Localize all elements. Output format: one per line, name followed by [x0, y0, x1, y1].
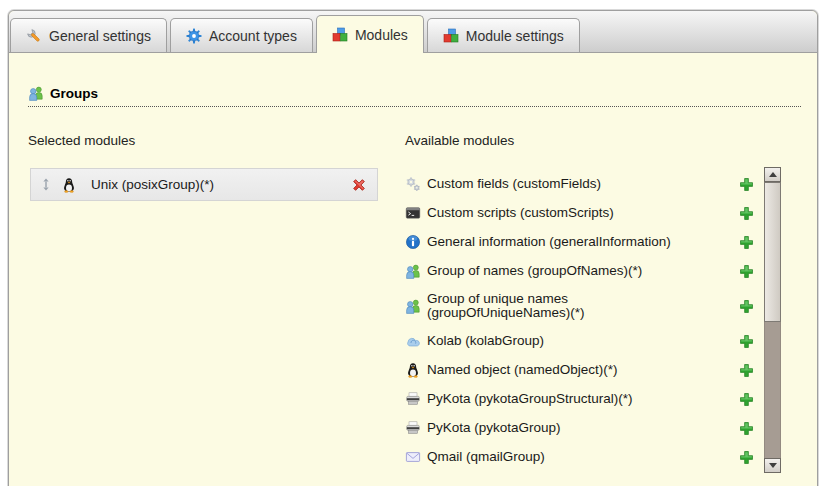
- tab-module-settings[interactable]: Module settings: [427, 18, 580, 52]
- available-module-label: Custom scripts (customScripts): [427, 206, 731, 220]
- scrollbar[interactable]: [764, 167, 781, 473]
- groups-section-header: Groups: [28, 85, 801, 107]
- add-module-button[interactable]: [739, 177, 754, 192]
- available-modules-list: Custom fields (customFields) Custom scri…: [405, 176, 754, 478]
- selected-module-row: Unix (posixGroup)(*): [30, 168, 378, 201]
- tab-label: Account types: [209, 28, 297, 44]
- available-module-label: Named object (namedObject)(*): [427, 363, 731, 377]
- add-module-button[interactable]: [739, 206, 754, 221]
- add-module-button[interactable]: [739, 363, 754, 378]
- tab-modules[interactable]: Modules: [316, 15, 424, 53]
- available-module-row: Custom scripts (customScripts): [405, 205, 754, 221]
- envelope-icon: [405, 449, 421, 465]
- tab-label: General settings: [49, 28, 151, 44]
- tab-label: Module settings: [466, 28, 564, 44]
- add-module-button[interactable]: [739, 421, 754, 436]
- group-icon: [405, 298, 421, 314]
- kolab-icon: [405, 333, 421, 349]
- down-arrow-icon: [769, 463, 777, 468]
- scrollbar-up-button[interactable]: [764, 167, 781, 182]
- modules-icon: [443, 28, 459, 44]
- available-module-row: PyKota (pykotaGroupStructural)(*): [405, 391, 754, 407]
- available-module-row: Named object (namedObject)(*): [405, 362, 754, 378]
- modules-icon: [332, 27, 348, 43]
- available-modules-label: Available modules: [405, 133, 514, 148]
- remove-module-button[interactable]: [351, 177, 367, 193]
- terminal-icon: [405, 205, 421, 221]
- selected-module-label: Unix (posixGroup)(*): [91, 177, 351, 192]
- available-module-row: PyKota (pykotaGroup): [405, 420, 754, 436]
- available-module-label: PyKota (pykotaGroupStructural)(*): [427, 392, 731, 406]
- group-icon: [405, 263, 421, 279]
- tab-account-types[interactable]: Account types: [170, 18, 313, 52]
- up-arrow-icon: [769, 172, 777, 177]
- available-module-label: PyKota (pykotaGroup): [427, 421, 731, 435]
- scrollbar-down-button[interactable]: [764, 458, 781, 473]
- tab-label: Modules: [355, 27, 408, 43]
- tab-general-settings[interactable]: General settings: [10, 18, 167, 52]
- tux-icon: [405, 362, 421, 378]
- available-module-label: Kolab (kolabGroup): [427, 334, 731, 348]
- available-module-label: General information (generalInformation): [427, 235, 731, 249]
- available-module-label: Group of names (groupOfNames)(*): [427, 264, 731, 278]
- available-module-label: Group of unique names (groupOfUniqueName…: [427, 292, 731, 320]
- gears-icon: [405, 176, 421, 192]
- available-module-row: Qmail (qmailGroup): [405, 449, 754, 465]
- scrollbar-thumb[interactable]: [764, 182, 781, 322]
- available-module-label: Custom fields (customFields): [427, 177, 731, 191]
- available-module-row: Custom fields (customFields): [405, 176, 754, 192]
- add-module-button[interactable]: [739, 235, 754, 250]
- selected-modules-label: Selected modules: [28, 133, 135, 148]
- printer-icon: [405, 420, 421, 436]
- group-icon: [28, 85, 44, 101]
- add-module-button[interactable]: [739, 450, 754, 465]
- section-title: Groups: [50, 86, 98, 101]
- add-module-button[interactable]: [739, 334, 754, 349]
- info-icon: [405, 234, 421, 250]
- available-module-row: Kolab (kolabGroup): [405, 333, 754, 349]
- drag-handle-icon[interactable]: [41, 178, 51, 191]
- add-module-button[interactable]: [739, 392, 754, 407]
- config-panel: General settings Account types Modules M…: [8, 10, 818, 486]
- tab-bar: General settings Account types Modules M…: [9, 11, 817, 53]
- add-module-button[interactable]: [739, 264, 754, 279]
- available-module-row: Group of names (groupOfNames)(*): [405, 263, 754, 279]
- available-module-row: Group of unique names (groupOfUniqueName…: [405, 292, 754, 320]
- available-module-row: General information (generalInformation): [405, 234, 754, 250]
- gear-icon: [186, 28, 202, 44]
- printer-icon: [405, 391, 421, 407]
- wrench-icon: [26, 28, 42, 44]
- available-module-label: Qmail (qmailGroup): [427, 450, 731, 464]
- scrollbar-track[interactable]: [764, 182, 781, 458]
- tux-icon: [61, 177, 77, 193]
- add-module-button[interactable]: [739, 299, 754, 314]
